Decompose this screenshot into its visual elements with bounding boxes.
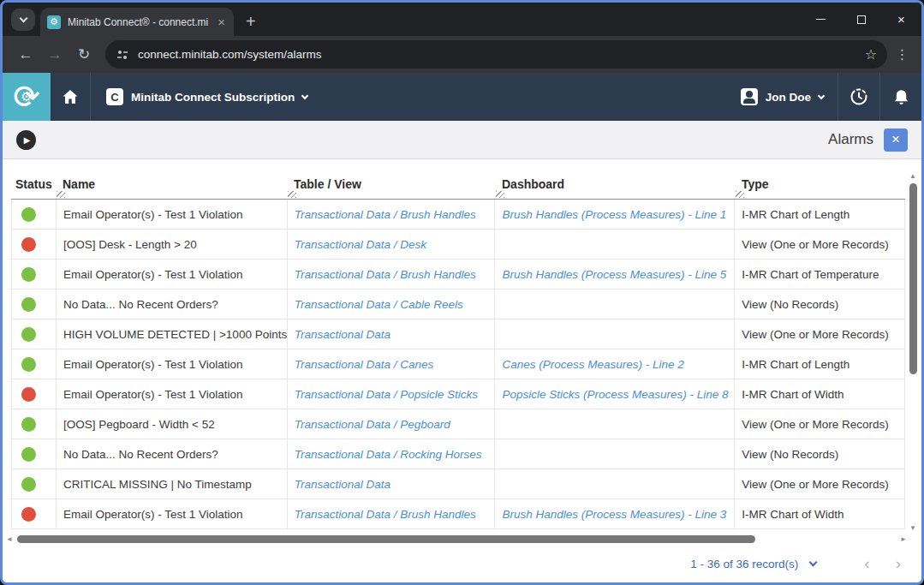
name-cell: CRITICAL MISSING | No Timestamp (57, 469, 288, 498)
browser-tab[interactable]: ⚙ Minitab Connect® - connect.mi × (40, 8, 234, 36)
dashboard-link[interactable] (495, 290, 735, 319)
dashboard-link[interactable]: Brush Handles (Process Measures) - Line … (495, 200, 735, 229)
table-row: Email Operator(s) - Test 1 Violation Tra… (12, 200, 905, 230)
table-view-link[interactable]: Transactional Data / Canes (288, 349, 496, 379)
type-cell: View (One or More Records) (735, 230, 905, 259)
pagination-bar: 1 - 36 of 36 record(s) ‹ › (3, 545, 921, 582)
table-view-link[interactable]: Transactional Data (288, 319, 496, 349)
scroll-up-icon[interactable]: ▲ (909, 172, 916, 180)
column-resize-handle[interactable] (57, 191, 65, 198)
status-indicator (21, 477, 36, 492)
table-view-link[interactable]: Transactional Data / Pegboard (288, 409, 496, 439)
chevron-down-icon (19, 15, 27, 23)
panel-header: ▶ Alarms × (3, 121, 921, 159)
table-view-link[interactable]: Transactional Data / Brush Handles (288, 200, 496, 229)
maximize-button[interactable] (841, 3, 881, 36)
window-controls: × (801, 3, 921, 36)
table-row: Email Operator(s) - Test 1 Violation Tra… (12, 349, 905, 379)
record-count[interactable]: 1 - 36 of 36 record(s) (690, 558, 798, 570)
activity-history-button[interactable] (838, 87, 879, 107)
browser-menu-icon[interactable]: ⋮ (892, 46, 913, 63)
back-icon[interactable]: ← (11, 46, 40, 63)
user-menu[interactable]: Jon Doe (727, 88, 838, 105)
status-indicator (21, 447, 36, 462)
site-settings-icon[interactable] (116, 48, 129, 62)
column-header-status[interactable]: Status (11, 177, 56, 199)
address-bar[interactable]: connect.minitab.com/system/alarms ☆ (105, 40, 887, 69)
tab-search-button[interactable] (11, 9, 35, 31)
forward-icon[interactable]: → (40, 46, 69, 63)
column-resize-handle[interactable] (288, 191, 296, 198)
table-row: HIGH VOLUME DETECTED | >1000 Points Tran… (12, 319, 905, 349)
table-view-link[interactable]: Transactional Data / Popsicle Sticks (288, 379, 496, 409)
dashboard-link[interactable]: Popsicle Sticks (Process Measures) - Lin… (495, 379, 735, 409)
new-tab-button[interactable]: + (246, 12, 256, 32)
name-cell: Email Operator(s) - Test 1 Violation (57, 379, 288, 409)
bookmark-star-icon[interactable]: ☆ (865, 46, 877, 63)
page-title: Alarms (828, 131, 873, 148)
dashboard-link[interactable] (495, 230, 735, 259)
dashboard-link[interactable]: Brush Handles (Process Measures) - Line … (495, 260, 735, 289)
name-cell: [OOS] Desk - Length > 20 (57, 230, 288, 259)
status-cell (12, 319, 57, 349)
tab-close-icon[interactable]: × (216, 15, 227, 28)
vertical-scrollbar[interactable]: ▲ ▼ (908, 172, 919, 532)
column-header-table-view[interactable]: Table / View (287, 177, 495, 199)
user-name: Jon Doe (766, 91, 811, 104)
table-row: No Data... No Recent Orders? Transaction… (12, 439, 905, 469)
scroll-left-icon[interactable]: ◄ (6, 535, 13, 543)
app-navbar: ⟳ ⚙ C Minitab Connect Subscription Jon D… (3, 73, 921, 121)
dashboard-link[interactable] (495, 409, 735, 439)
minitab-favicon-icon: ⚙ (47, 15, 61, 29)
next-page-button[interactable]: › (896, 554, 901, 573)
home-icon (61, 87, 80, 106)
bell-icon (892, 88, 910, 106)
subscription-dropdown[interactable]: C Minitab Connect Subscription (91, 88, 323, 105)
alarms-table: Status Name Table / View Dashboard Type … (11, 172, 905, 529)
status-cell (12, 349, 57, 379)
tab-strip: ⚙ Minitab Connect® - connect.mi × + × (3, 3, 921, 36)
notifications-button[interactable] (880, 88, 921, 106)
reload-icon[interactable]: ↻ (69, 45, 98, 63)
table-view-link[interactable]: Transactional Data (288, 469, 496, 498)
previous-page-button[interactable]: ‹ (864, 554, 869, 573)
table-view-link[interactable]: Transactional Data / Desk (288, 230, 496, 259)
column-header-dashboard[interactable]: Dashboard (495, 177, 735, 199)
horizontal-scrollbar-thumb[interactable] (17, 535, 755, 543)
scroll-down-icon[interactable]: ▼ (909, 524, 916, 532)
column-header-name[interactable]: Name (56, 177, 287, 199)
minitab-connect-logo[interactable]: ⟳ ⚙ (3, 73, 51, 121)
horizontal-scrollbar[interactable]: ◄ ► (6, 534, 907, 545)
dashboard-link[interactable] (495, 469, 735, 498)
column-header-type[interactable]: Type (735, 177, 905, 199)
dashboard-link[interactable] (495, 319, 735, 349)
scroll-right-icon[interactable]: ► (900, 535, 907, 543)
column-resize-handle[interactable] (736, 191, 744, 198)
table-row: [OOS] Desk - Length > 20 Transactional D… (12, 230, 905, 260)
type-cell: View (No Records) (735, 290, 905, 319)
status-indicator (21, 207, 36, 222)
status-cell (12, 290, 57, 319)
table-view-link[interactable]: Transactional Data / Cable Reels (288, 290, 496, 319)
expand-sidebar-button[interactable]: ▶ (16, 130, 36, 150)
vertical-scrollbar-thumb[interactable] (909, 183, 917, 374)
page-size-chevron-icon[interactable] (809, 558, 818, 567)
table-view-link[interactable]: Transactional Data / Brush Handles (288, 499, 496, 528)
dashboard-link[interactable]: Canes (Process Measures) - Line 2 (495, 349, 735, 379)
close-panel-button[interactable]: × (884, 128, 908, 152)
name-cell: Email Operator(s) - Test 1 Violation (57, 349, 288, 379)
table-view-link[interactable]: Transactional Data / Rocking Horses (288, 439, 496, 469)
status-cell (12, 409, 57, 439)
url-text[interactable]: connect.minitab.com/system/alarms (138, 48, 856, 61)
name-cell: HIGH VOLUME DETECTED | >1000 Points (57, 319, 288, 349)
minimize-button[interactable] (801, 3, 841, 36)
type-cell: View (One or More Records) (735, 319, 905, 349)
table-body: Email Operator(s) - Test 1 Violation Tra… (11, 200, 905, 529)
dashboard-link[interactable] (495, 439, 735, 469)
column-resize-handle[interactable] (496, 191, 504, 198)
dashboard-link[interactable]: Brush Handles (Process Measures) - Line … (495, 499, 735, 528)
table-row: CRITICAL MISSING | No Timestamp Transact… (12, 469, 905, 499)
home-button[interactable] (51, 87, 90, 106)
table-view-link[interactable]: Transactional Data / Brush Handles (288, 260, 496, 289)
close-window-button[interactable]: × (881, 3, 921, 36)
